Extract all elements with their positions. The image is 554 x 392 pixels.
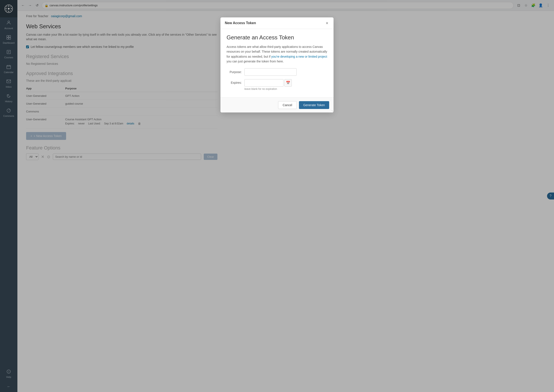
expires-input[interactable]	[244, 79, 284, 87]
cancel-button[interactable]: Cancel	[278, 101, 297, 109]
modal-wrapper: New Access Token × Generate an Access To…	[221, 17, 333, 112]
expires-label: Expires:	[227, 79, 242, 84]
purpose-row: Purpose:	[227, 68, 327, 76]
modal-header: New Access Token ×	[221, 17, 333, 29]
modal-close-button[interactable]: ×	[325, 21, 329, 25]
calendar-button[interactable]: 📅	[284, 79, 292, 87]
resize-handle[interactable]: ⤡	[330, 109, 333, 112]
modal-footer: Cancel Generate Token	[221, 98, 333, 112]
purpose-label: Purpose:	[227, 70, 242, 74]
modal-heading: Generate an Access Token	[227, 34, 327, 41]
new-project-link[interactable]: you're developing a new or limited proje…	[271, 55, 327, 58]
modal-description: Access tokens are what allow third-party…	[227, 44, 327, 64]
modal-overlay: New Access Token × Generate an Access To…	[0, 0, 554, 392]
expires-row: Expires: 📅 leave blank for no expiration	[227, 79, 327, 91]
modal-body: Generate an Access Token Access tokens a…	[221, 29, 333, 98]
modal-title: New Access Token	[225, 21, 256, 25]
new-access-token-modal: New Access Token × Generate an Access To…	[221, 17, 333, 112]
expires-inputs: 📅 leave blank for no expiration	[244, 79, 292, 91]
desc-part2: you can just generate the token from her…	[227, 60, 284, 63]
expires-hint: leave blank for no expiration	[244, 87, 292, 91]
generate-token-button[interactable]: Generate Token	[299, 101, 329, 109]
purpose-input[interactable]	[244, 68, 297, 76]
